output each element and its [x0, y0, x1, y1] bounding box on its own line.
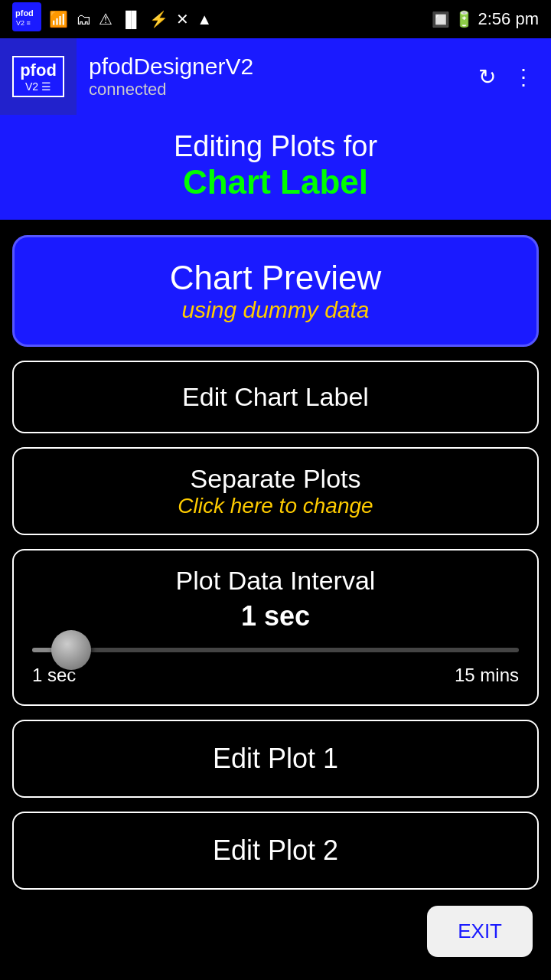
- logo-pfod-text: pfod: [20, 60, 57, 80]
- slider-container: 1 sec 15 mins: [26, 648, 525, 686]
- plot-data-interval-box: Plot Data Interval 1 sec 1 sec 15 mins: [12, 549, 539, 706]
- app-bar-actions: ↻ ⋮: [474, 60, 551, 94]
- status-right: 🔲 🔋 2:56 pm: [432, 9, 540, 29]
- slider-max-label: 15 mins: [455, 665, 519, 686]
- editing-label: Editing Plots for: [12, 130, 539, 163]
- sim-icon: 🔲: [432, 11, 450, 28]
- edit-plot-2-button[interactable]: Edit Plot 2: [12, 812, 539, 890]
- wifi-icon: 📶: [49, 10, 68, 28]
- menu-button[interactable]: ⋮: [508, 60, 539, 94]
- status-bar: pfod V2 ≡ 📶 🗂 ⚠ ▐▌ ⚡ ✕ ▲ 🔲 🔋 2:56 pm: [0, 0, 551, 38]
- editing-header: Editing Plots for Chart Label: [0, 115, 551, 220]
- battery-icon: 🔋: [455, 10, 474, 28]
- separate-plots-button[interactable]: Separate Plots Click here to change: [12, 447, 539, 535]
- app-bar-text: pfodDesignerV2 connected: [77, 54, 474, 100]
- separate-plots-title: Separate Plots: [26, 464, 525, 494]
- slider-track: [32, 648, 519, 652]
- edit-plot-1-button[interactable]: Edit Plot 1: [12, 720, 539, 798]
- separate-plots-sub: Click here to change: [26, 494, 525, 518]
- bluetooth-icon: ⚡: [149, 10, 168, 28]
- logo-box: pfod V2 ☰: [12, 56, 64, 97]
- bars-icon: ▐▌: [120, 11, 142, 28]
- folder-icon: 🗂: [76, 11, 91, 28]
- wifi-full-icon: ▲: [197, 11, 212, 28]
- chart-preview-button[interactable]: Chart Preview using dummy data: [12, 235, 539, 347]
- signal-x-icon: ✕: [176, 10, 189, 28]
- app-bar: pfod V2 ☰ pfodDesignerV2 connected ↻ ⋮: [0, 38, 551, 115]
- main-content: Chart Preview using dummy data Edit Char…: [0, 220, 551, 905]
- chart-preview-title: Chart Preview: [27, 259, 524, 297]
- app-title: pfodDesignerV2: [89, 54, 474, 80]
- warning-icon: ⚠: [99, 10, 112, 28]
- status-time: 2:56 pm: [478, 9, 540, 29]
- exit-button[interactable]: EXIT: [427, 906, 533, 957]
- svg-text:pfod: pfod: [15, 8, 34, 18]
- edit-plot-1-label: Edit Plot 1: [213, 743, 338, 774]
- app-subtitle: connected: [89, 80, 474, 100]
- app-icon: pfod V2 ≡: [12, 2, 41, 36]
- interval-value: 1 sec: [26, 600, 525, 632]
- svg-text:V2 ≡: V2 ≡: [16, 19, 31, 27]
- app-bar-logo: pfod V2 ☰: [0, 38, 77, 115]
- slider-labels: 1 sec 15 mins: [32, 665, 519, 686]
- edit-chart-label-button[interactable]: Edit Chart Label: [12, 361, 539, 433]
- edit-chart-label-text: Edit Chart Label: [182, 382, 369, 411]
- interval-title: Plot Data Interval: [26, 566, 525, 596]
- status-left: pfod V2 ≡ 📶 🗂 ⚠ ▐▌ ⚡ ✕ ▲: [12, 2, 212, 36]
- logo-v2-text: V2 ☰: [25, 80, 51, 93]
- refresh-button[interactable]: ↻: [474, 60, 500, 94]
- chart-label-text: Chart Label: [12, 163, 539, 201]
- chart-preview-subtitle: using dummy data: [27, 297, 524, 323]
- edit-plot-2-label: Edit Plot 2: [213, 835, 338, 866]
